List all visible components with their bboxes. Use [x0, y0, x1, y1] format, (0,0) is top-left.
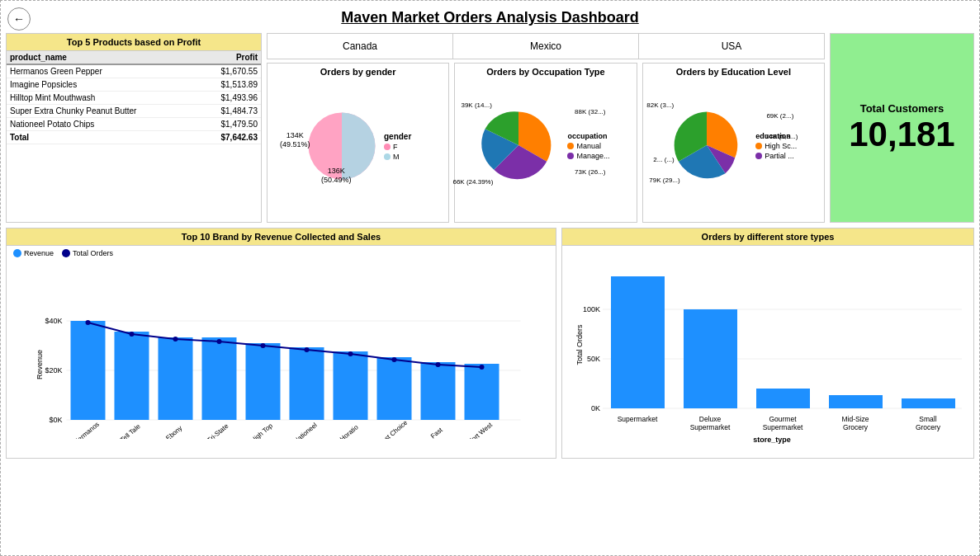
gender-m-dot: [384, 153, 391, 160]
gender-label-f-pct: (49.51%): [280, 140, 310, 148]
bar-bestchoice: [377, 357, 412, 420]
line-dot-3: [217, 339, 222, 344]
line-dot-7: [392, 357, 397, 362]
dashboard: ← Maven Market Orders Analysis Dashboard…: [0, 0, 980, 556]
product-profit: $1,670.55: [198, 64, 261, 78]
occ-manual-label: Manual: [576, 142, 601, 150]
table-row: Hermanos Green Pepper$1,670.55: [7, 64, 261, 78]
brand-chart-panel: Top 10 Brand by Revenue Collected and Sa…: [6, 228, 556, 459]
edu-partial-dot: [755, 153, 762, 159]
y-label-0: $0K: [49, 416, 62, 424]
gender-pie-title: Orders by gender: [271, 67, 445, 77]
tab-usa[interactable]: USA: [639, 34, 824, 59]
total-row: Total$7,642.63: [7, 131, 261, 144]
pies-row: Orders by gender 134K (49.51%): [267, 63, 825, 223]
line-dot-2: [173, 337, 178, 342]
product-name: Nationeel Potato Chips: [7, 118, 198, 131]
bar-gourmet: [756, 389, 810, 408]
x-label-4: High Top: [249, 422, 274, 439]
occ-label-88k: 88K (32...): [575, 108, 605, 115]
occ-label-39k: 39K (14...): [461, 101, 491, 109]
edu-partial: Partial ...: [755, 152, 797, 160]
gender-f-label: F: [393, 143, 398, 151]
legend-orders: Total Orders: [62, 249, 113, 257]
education-pie-panel: Orders by Education Level 82K (3...) 79K…: [642, 63, 825, 223]
total-customers-panel: Total Customers 10,181: [830, 33, 974, 223]
line-dot-5: [305, 347, 310, 352]
occupation-pie-panel: Orders by Occupation Type 39K (14...) 66…: [454, 63, 637, 223]
table-row: Nationeel Potato Chips$1,479.50: [7, 118, 261, 131]
gender-pie-content: 134K (49.51%) 136K (50.4: [271, 78, 445, 214]
occ-manual: Manual: [567, 142, 609, 150]
x-label-2: Ebony: [164, 424, 183, 439]
x-label-8: Fast: [429, 426, 444, 439]
bar-ebony: [159, 337, 193, 420]
edu-highsc: High Sc...: [755, 142, 797, 150]
table-row: Hilltop Mint Mouthwash$1,493.96: [7, 92, 261, 105]
bar-small: [902, 398, 955, 408]
top5-panel: Top 5 Products based on Profit product_n…: [6, 33, 262, 223]
line-dot-0: [86, 320, 91, 325]
edu-label-79k: 79K (29...): [649, 177, 679, 184]
occupation-pie-title: Orders by Occupation Type: [458, 67, 632, 77]
occupation-pie-svg: [481, 108, 556, 182]
brand-chart-svg: $0K $20K $40K Revenue: [7, 257, 556, 439]
y-label-20k: $20K: [45, 366, 62, 375]
occupation-pie-content: 39K (14...) 66K (24.39%): [458, 78, 632, 214]
y-axis-title: Revenue: [36, 350, 44, 379]
back-button[interactable]: ←: [7, 7, 31, 31]
revenue-dot: [13, 249, 21, 257]
line-dot-9: [480, 365, 485, 370]
x-label-1: Tell Tale: [119, 422, 142, 439]
bar-hermanos: [71, 321, 106, 420]
gender-legend-f: F: [384, 143, 411, 151]
gender-legend-title: gender: [384, 132, 411, 141]
occupation-legend-title: occupation: [567, 132, 609, 140]
product-name: Imagine Popsicles: [7, 78, 198, 92]
x-label-9: Fort West: [467, 421, 495, 439]
store-y-100k: 100K: [583, 305, 600, 313]
gender-pie-panel: Orders by gender 134K (49.51%): [267, 63, 449, 223]
edu-highsc-dot: [755, 143, 762, 149]
x-label-7: Best Choice: [376, 418, 409, 439]
x-label-deluxe: Deluxe: [699, 415, 722, 423]
bar-supermarket: [611, 276, 665, 408]
bar-fast: [421, 362, 456, 420]
occ-manage: Manage...: [567, 152, 609, 160]
total-customers-label: Total Customers: [860, 102, 944, 115]
x-label-0: Hermanos: [73, 421, 101, 439]
bar-tristate: [202, 337, 237, 420]
tab-canada[interactable]: Canada: [267, 34, 453, 59]
x-label-6: Horatio: [339, 423, 360, 439]
country-panel: Canada Mexico USA Orders by gender 134K …: [267, 33, 825, 223]
edu-label-2k: 2... (...): [653, 156, 674, 163]
tab-mexico[interactable]: Mexico: [453, 34, 639, 59]
product-name: Hermanos Green Pepper: [7, 64, 198, 78]
col-product: product_name: [7, 51, 198, 64]
total-value: $7,642.63: [198, 131, 261, 144]
table-row: Imagine Popsicles$1,513.89: [7, 78, 261, 92]
gender-label-m-count: 136K: [328, 167, 345, 175]
occ-manual-dot: [567, 143, 574, 149]
occ-manage-dot: [567, 153, 574, 159]
store-y-0: 0K: [591, 404, 600, 412]
top5-header: Top 5 Products based on Profit: [7, 34, 261, 51]
line-dot-1: [130, 332, 135, 337]
product-profit: $1,493.96: [198, 92, 261, 105]
line-dot-4: [261, 343, 266, 348]
x-label-5: Nationeel: [292, 422, 319, 439]
page-title: Maven Market Orders Analysis Dashboard: [341, 9, 638, 26]
x-label-deluxe2: Supermarket: [690, 423, 731, 431]
occ-label-73k: 73K (26...): [575, 168, 605, 176]
gender-legend-m: M: [384, 153, 411, 161]
line-dot-8: [436, 362, 441, 367]
product-profit: $1,513.89: [198, 78, 261, 92]
x-label-midsize: Mid-Size: [841, 415, 869, 423]
edu-label-14k: 14K (5,3...): [765, 133, 798, 140]
gender-f-dot: [384, 144, 391, 150]
bar-midsize: [829, 395, 883, 408]
store-chart-svg: Total Orders 0K 50K 100K Supermarket Del…: [562, 246, 973, 444]
total-customers-value: 10,181: [849, 115, 954, 154]
x-label-midsize2: Grocery: [843, 423, 869, 431]
x-label-gourmet2: Supermarket: [763, 423, 803, 431]
